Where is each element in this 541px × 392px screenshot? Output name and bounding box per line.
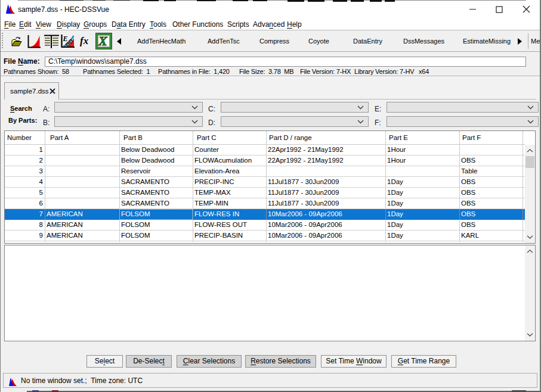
svg-text:X: X <box>98 33 108 48</box>
svg-text:E: E <box>63 35 68 43</box>
